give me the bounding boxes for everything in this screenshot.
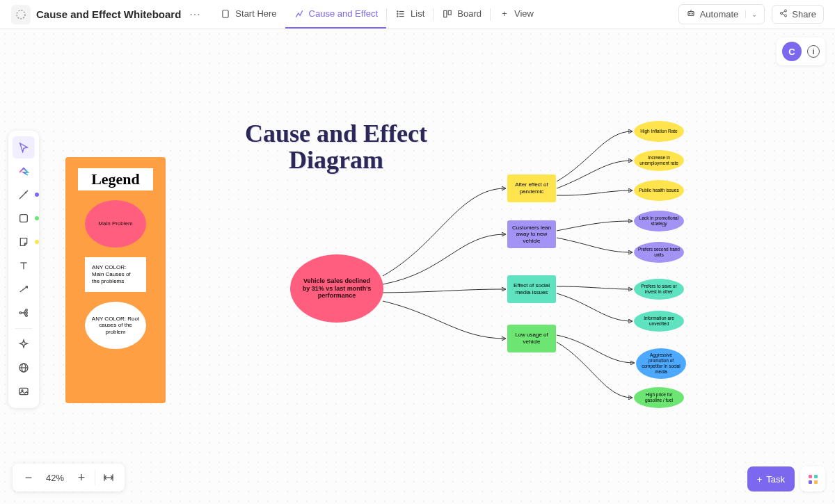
bottom-right-controls: + Task [747,466,825,491]
apps-icon [809,475,818,484]
legend-causes-text: ANY COLOR: Main Causes of the problems [85,257,146,292]
share-label: Share [792,9,816,19]
main-problem-node[interactable]: Vehicle Sales declined by 31% vs last mo… [290,254,383,323]
tab-label: Cause and Effect [309,8,379,19]
cause-pandemic[interactable]: After effect of pandemic [507,174,556,202]
tab-label: List [411,8,424,19]
svg-point-14 [785,10,787,12]
svg-point-16 [785,15,787,17]
tab-start-here[interactable]: Start Here [212,0,285,29]
board-icon [442,8,453,19]
doc-page-icon [220,8,231,19]
svg-point-12 [692,13,692,14]
zoom-in-button[interactable]: + [68,464,95,491]
doc-icon[interactable] [11,5,31,24]
plus-icon: + [757,474,763,485]
svg-rect-1 [223,10,228,17]
zoom-value[interactable]: 42% [42,473,68,483]
svg-rect-8 [444,10,447,17]
leaf-unverified[interactable]: Information are unverified [634,311,684,332]
legend-title: Legend [78,168,153,190]
list-icon [395,8,406,19]
diagram-icon [294,8,305,19]
cause-social[interactable]: Effect of social media issues [507,275,556,303]
fit-width-button[interactable] [95,464,122,491]
zoom-out-button[interactable]: − [15,464,42,491]
legend-card[interactable]: Legend Main Problem ANY COLOR: Main Caus… [65,157,166,403]
svg-rect-9 [449,10,452,15]
legend-root-text: ANY COLOR: Root causes of the problem [85,302,146,349]
automate-label: Automate [700,9,739,19]
tab-cause-effect[interactable]: Cause and Effect [285,0,387,29]
svg-point-11 [689,13,690,14]
tab-label: View [514,8,534,19]
leaf-inflation[interactable]: High Inflation Rate [634,121,684,142]
svg-point-6 [397,13,398,14]
share-icon [779,9,788,19]
diagram-title[interactable]: Cause and Effect Diagram [235,121,437,174]
tab-label: Start Here [235,8,276,19]
diagram-stage: Legend Main Problem ANY COLOR: Main Caus… [0,29,835,504]
tab-add-view[interactable]: + View [491,0,542,29]
top-bar: Cause and Effect Whiteboard ⋯ Start Here… [0,0,835,29]
svg-point-0 [17,10,25,19]
doc-title[interactable]: Cause and Effect Whiteboard [36,8,181,20]
zoom-bar: − 42% + [13,464,125,491]
cause-low-usage[interactable]: Low usage of vehicle [507,325,556,352]
canvas[interactable]: C i [0,29,835,504]
tabs: Start Here Cause and Effect List Board +… [212,0,542,29]
task-button[interactable]: + Task [747,466,795,491]
more-icon[interactable]: ⋯ [186,8,203,21]
leaf-promo[interactable]: Lack in promotional strategy [634,211,684,231]
share-button[interactable]: Share [772,5,824,24]
svg-point-5 [397,10,398,11]
chevron-down-icon: ⌄ [745,10,757,18]
svg-point-15 [781,13,783,15]
cause-customers[interactable]: Customers lean away to new vehicle [507,220,556,248]
svg-point-7 [397,15,398,16]
apps-button[interactable] [800,466,825,491]
svg-line-18 [783,14,786,15]
leaf-save[interactable]: Prefers to save or invest in other [634,279,684,300]
task-label: Task [766,474,785,485]
leaf-unemployment[interactable]: Increase in unemployment rate [634,150,684,171]
leaf-secondhand[interactable]: Prefers second hand units [634,242,684,263]
tab-board[interactable]: Board [434,0,490,29]
tab-label: Board [457,8,482,19]
automate-button[interactable]: Automate ⌄ [678,4,765,24]
plus-icon: + [499,8,510,19]
tab-list[interactable]: List [387,0,433,29]
robot-icon [686,8,696,20]
svg-line-17 [783,11,786,13]
legend-main-problem: Main Problem [85,200,146,247]
leaf-health[interactable]: Public health issues [634,180,684,201]
leaf-fuel[interactable]: High price for gasoline / fuel [634,387,684,408]
leaf-competitor[interactable]: Aggressive promotion of competitor in so… [636,348,686,379]
